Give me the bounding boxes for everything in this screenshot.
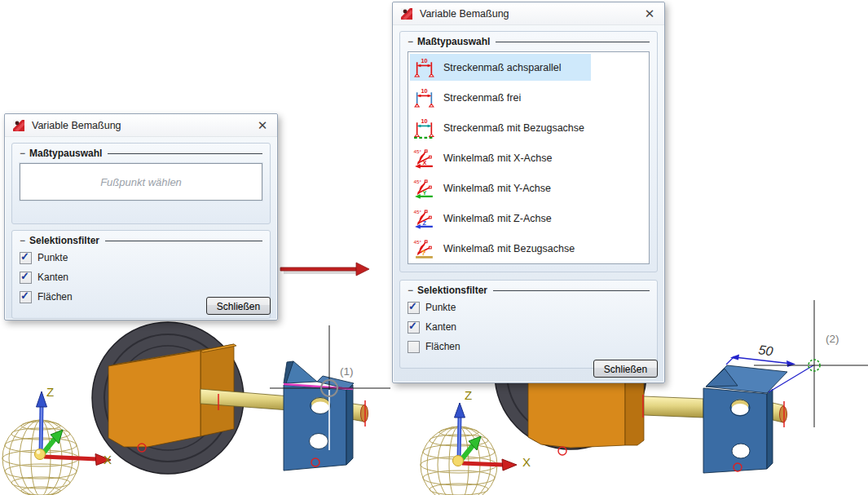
svg-text:45°: 45° bbox=[414, 179, 422, 184]
svg-text:45°: 45° bbox=[414, 239, 422, 245]
checkbox-label: Kanten bbox=[425, 321, 456, 333]
list-item-label: Winkelmaß mit Z-Achse bbox=[443, 213, 552, 224]
angle-z-axis-icon: 45° Z bbox=[413, 207, 435, 229]
dialog-variable-bemassung-expanded: Variable Bemaßung ✕ − Maßtypauswahl 10 bbox=[392, 2, 665, 383]
origin-ball-right[interactable] bbox=[453, 456, 464, 466]
collapse-icon[interactable]: − bbox=[408, 285, 413, 296]
svg-text:Z: Z bbox=[422, 219, 426, 227]
group-label: Maßtypauswahl bbox=[29, 148, 102, 159]
origin-ball-left[interactable] bbox=[35, 449, 46, 460]
app-dimension-icon bbox=[12, 119, 25, 132]
group-rule bbox=[496, 42, 650, 42]
group-masstypauswahl: − Maßtypauswahl 10 Streckenmaß ach bbox=[399, 31, 658, 272]
list-item-label: Streckenmaß achsparallel bbox=[443, 62, 562, 73]
close-button[interactable]: Schließen bbox=[593, 360, 658, 378]
z-axis-arrow-right[interactable] bbox=[455, 403, 465, 462]
dimension-type-list: 10 Streckenmaß achsparallel 10 bbox=[408, 51, 650, 264]
point-label-2: (2) bbox=[826, 333, 839, 345]
group-rule bbox=[493, 290, 650, 291]
close-icon[interactable]: ✕ bbox=[253, 116, 272, 135]
list-item-streckenmass-achsparallel[interactable]: 10 Streckenmaß achsparallel bbox=[408, 52, 649, 82]
linear-reference-axis-icon: 10 bbox=[413, 117, 435, 139]
group-label: Selektionsfilter bbox=[417, 285, 487, 296]
angle-x-axis-icon: 45° X bbox=[413, 147, 435, 169]
list-item-label: Winkelmaß mit Y-Achse bbox=[443, 183, 551, 194]
list-item-winkelmass-y[interactable]: 45° Y Winkelmaß mit Y-Achse bbox=[408, 173, 649, 203]
x-axis-label-left: X bbox=[104, 453, 112, 466]
list-item-streckenmass-frei[interactable]: 10 Streckenmaß frei bbox=[408, 82, 649, 113]
checkbox-kanten[interactable] bbox=[408, 321, 420, 334]
angle-reference-axis-icon: 45° ? bbox=[413, 237, 435, 259]
dialog-title: Variable Bemaßung bbox=[420, 8, 509, 20]
scene-left: Z X bbox=[2, 322, 390, 495]
footpoint-placeholder: Fußpunkt wählen bbox=[100, 176, 182, 188]
transition-arrow bbox=[280, 263, 369, 276]
angle-bracket-left[interactable] bbox=[284, 361, 354, 471]
list-item-winkelmass-x[interactable]: 45° X Winkelmaß mit X-Achse bbox=[408, 143, 649, 173]
z-axis-label-left: Z bbox=[46, 385, 54, 399]
checkbox-row-punkte: Punkte bbox=[408, 298, 650, 317]
footpoint-select-field[interactable]: Fußpunkt wählen bbox=[20, 163, 262, 201]
linear-free-icon: 10 bbox=[413, 86, 435, 108]
angle-y-axis-icon: 45° Y bbox=[413, 177, 435, 199]
list-item-winkelmass-z[interactable]: 45° Z Winkelmaß mit Z-Achse bbox=[408, 203, 649, 233]
x-axis-label-right: X bbox=[522, 455, 531, 469]
linear-axis-parallel-icon: 10 bbox=[413, 56, 435, 78]
svg-text:10: 10 bbox=[421, 87, 427, 95]
dialog-title: Variable Bemaßung bbox=[32, 120, 121, 131]
group-selektionsfilter: − Selektionsfilter Punkte Kanten Flächen bbox=[399, 280, 658, 369]
checkbox-label: Punkte bbox=[37, 252, 68, 263]
checkbox-row-kanten: Kanten bbox=[408, 317, 650, 337]
collapse-icon[interactable]: − bbox=[20, 235, 25, 246]
list-item-label: Streckenmaß frei bbox=[443, 92, 521, 104]
svg-text:?: ? bbox=[421, 249, 426, 257]
list-item-streckenmass-bezugsachse[interactable]: 10 Streckenmaß mit Bezugsachse bbox=[408, 113, 649, 143]
svg-text:X: X bbox=[422, 159, 426, 166]
z-axis-label-right: Z bbox=[465, 388, 472, 402]
checkbox-flaechen[interactable] bbox=[20, 291, 32, 303]
checkbox-kanten[interactable] bbox=[20, 272, 32, 284]
close-icon[interactable]: ✕ bbox=[640, 4, 659, 24]
svg-text:10: 10 bbox=[421, 57, 427, 64]
checkbox-row-flaechen: Flächen bbox=[408, 337, 650, 356]
svg-text:10: 10 bbox=[421, 117, 427, 125]
checkbox-punkte[interactable] bbox=[20, 252, 32, 264]
checkbox-flaechen[interactable] bbox=[408, 341, 420, 353]
checkbox-label: Punkte bbox=[425, 302, 456, 313]
titlebar[interactable]: Variable Bemaßung ✕ bbox=[393, 2, 664, 25]
checkbox-label: Flächen bbox=[37, 291, 73, 303]
checkbox-label: Flächen bbox=[425, 341, 460, 352]
dimension-value[interactable]: 50 bbox=[758, 343, 774, 358]
svg-text:45°: 45° bbox=[414, 148, 422, 154]
list-item-winkelmass-bezugsachse[interactable]: 45° ? Winkelmaß mit Bezugsachse bbox=[408, 233, 649, 263]
app-dimension-icon bbox=[400, 7, 413, 20]
z-axis-arrow-left[interactable] bbox=[37, 391, 47, 455]
checkbox-punkte[interactable] bbox=[408, 302, 420, 314]
point-label-1: (1) bbox=[340, 365, 354, 378]
dialog-variable-bemassung-initial: Variable Bemaßung ✕ − Maßtypauswahl Fußp… bbox=[4, 113, 278, 320]
collapse-icon[interactable]: − bbox=[20, 148, 25, 159]
checkbox-row-kanten: Kanten bbox=[20, 267, 262, 287]
group-rule bbox=[105, 241, 262, 241]
list-item-label: Winkelmaß mit Bezugsachse bbox=[443, 243, 575, 254]
checkbox-row-punkte: Punkte bbox=[20, 248, 262, 267]
group-rule bbox=[108, 153, 262, 154]
svg-text:Y: Y bbox=[422, 189, 426, 197]
titlebar[interactable]: Variable Bemaßung ✕ bbox=[5, 114, 277, 137]
group-masstypauswahl: − Maßtypauswahl Fußpunkt wählen bbox=[11, 143, 271, 224]
x-axis-arrow-right[interactable] bbox=[462, 459, 517, 471]
close-button[interactable]: Schließen bbox=[206, 297, 271, 315]
collapse-icon[interactable]: − bbox=[408, 36, 413, 47]
origin-ball-highlight bbox=[37, 450, 41, 454]
group-label: Selektionsfilter bbox=[29, 235, 99, 246]
svg-text:45°: 45° bbox=[414, 209, 422, 214]
checkbox-label: Kanten bbox=[37, 272, 68, 283]
list-item-label: Winkelmaß mit X-Achse bbox=[443, 152, 552, 164]
group-label: Maßtypauswahl bbox=[417, 36, 490, 47]
list-item-label: Streckenmaß mit Bezugsachse bbox=[443, 122, 584, 134]
